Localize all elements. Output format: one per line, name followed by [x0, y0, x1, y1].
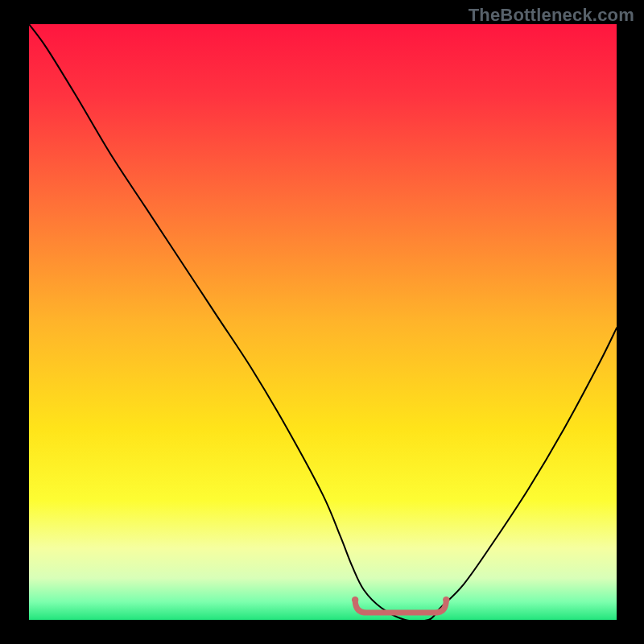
- watermark-text: TheBottleneck.com: [469, 5, 634, 26]
- marker-dot-end: [443, 597, 449, 603]
- marker-dot-start: [352, 597, 358, 603]
- gradient-background: [29, 24, 617, 620]
- chart-container: TheBottleneck.com: [0, 0, 644, 644]
- bottleneck-chart: [0, 0, 644, 644]
